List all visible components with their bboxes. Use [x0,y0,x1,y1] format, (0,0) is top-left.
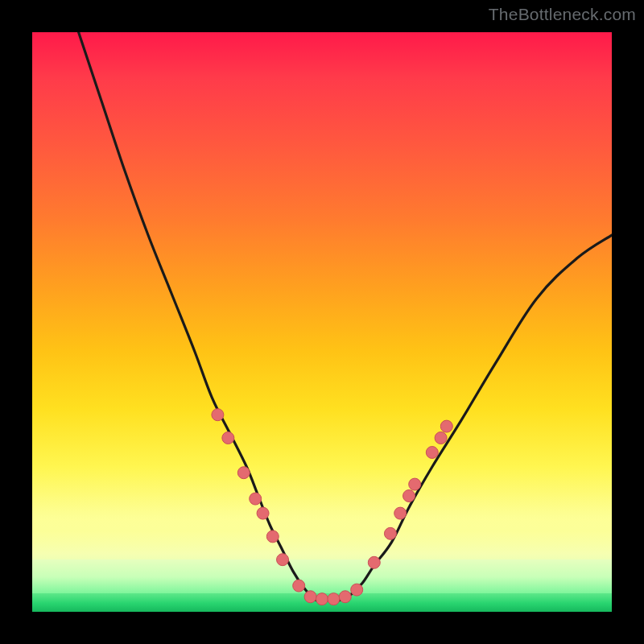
curve-markers [212,409,452,605]
curve-marker-dot [403,490,415,502]
curve-marker-dot [222,432,234,444]
curve-marker-dot [250,493,262,505]
curve-marker-dot [293,580,305,592]
curve-marker-dot [435,432,447,444]
curve-marker-dot [384,527,396,539]
curve-marker-dot [237,467,250,479]
curve-marker-dot [316,593,328,605]
curve-marker-dot [212,409,224,421]
curve-marker-dot [304,591,316,603]
curve-marker-dot [440,420,452,432]
curve-marker-dot [426,447,438,459]
curve-layer [32,32,612,612]
plot-area [32,32,612,612]
curve-marker-dot [328,593,340,605]
watermark-text: TheBottleneck.com [489,5,636,24]
curve-marker-dot [351,584,363,596]
curve-marker-dot [394,507,407,519]
chart-frame: TheBottleneck.com [0,0,644,644]
curve-marker-dot [277,554,289,566]
curve-marker-dot [257,507,269,519]
curve-marker-dot [409,478,421,490]
curve-marker-dot [339,591,351,603]
bottleneck-curve [79,32,612,601]
curve-marker-dot [368,556,380,568]
curve-marker-dot [266,530,279,543]
